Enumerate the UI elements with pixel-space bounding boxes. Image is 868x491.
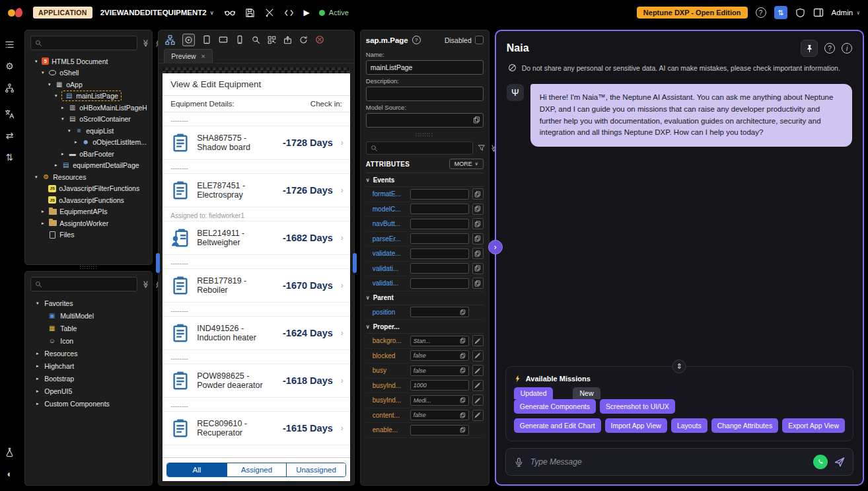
- copy-icon[interactable]: [472, 248, 484, 259]
- outline-icon[interactable]: [5, 39, 15, 50]
- tab-attributes[interactable]: ATTRIBUTES: [366, 161, 410, 168]
- info-icon[interactable]: [842, 43, 852, 54]
- panel-splitter-handle[interactable]: [366, 132, 484, 138]
- palette-item[interactable]: MultiModel: [30, 309, 147, 322]
- copy-icon[interactable]: [472, 188, 484, 200]
- attribute-value-input[interactable]: [410, 425, 469, 435]
- list-item[interactable]: IND491526 - Induction heater -1624 Days: [163, 317, 350, 350]
- chevron-right-icon[interactable]: [53, 163, 59, 168]
- qr-code-icon[interactable]: [268, 36, 276, 44]
- close-preview-icon[interactable]: [315, 35, 324, 44]
- collapse-all-icon[interactable]: [142, 280, 150, 289]
- chevron-right-icon[interactable]: [34, 376, 40, 381]
- generate-edit-chart-button[interactable]: Generate and Edit Chart: [514, 418, 601, 433]
- attribute-value-input[interactable]: 1000: [410, 380, 469, 391]
- palette-group[interactable]: Resources: [30, 347, 147, 359]
- copy-icon[interactable]: [460, 367, 466, 373]
- chevron-right-icon[interactable]: [34, 363, 40, 369]
- attribute-name[interactable]: busyInd...: [373, 397, 407, 404]
- copy-icon[interactable]: [460, 397, 466, 403]
- tab-new[interactable]: New: [573, 387, 600, 399]
- palette-group[interactable]: OpenUI5: [30, 385, 147, 397]
- name-field[interactable]: [366, 60, 484, 75]
- copy-icon[interactable]: [460, 412, 466, 418]
- segment-assigned[interactable]: Assigned: [227, 463, 286, 476]
- copy-icon[interactable]: [472, 263, 484, 274]
- whatsapp-icon[interactable]: [813, 455, 828, 469]
- tree-item[interactable]: Files: [30, 229, 147, 241]
- collapse-panel-handle[interactable]: [488, 240, 503, 254]
- layouts-button[interactable]: Layouts: [671, 418, 707, 433]
- tablet-portrait-icon[interactable]: [202, 35, 211, 44]
- attribute-value-input[interactable]: [410, 189, 469, 200]
- copy-icon[interactable]: [460, 338, 466, 344]
- chevron-right-icon[interactable]: [59, 105, 65, 110]
- attribute-name[interactable]: enable...: [373, 426, 407, 434]
- send-icon[interactable]: [834, 457, 845, 467]
- tree-search-box[interactable]: [30, 36, 137, 50]
- tree-item[interactable]: oObjectListItem...: [30, 137, 147, 149]
- translate-icon[interactable]: [5, 108, 15, 119]
- list-item[interactable]: ELE787451 - Electrospray -1726 Days: [163, 174, 350, 208]
- chevron-down-icon[interactable]: [46, 82, 52, 87]
- copy-icon[interactable]: [472, 204, 484, 215]
- panel-splitter-handle[interactable]: [24, 265, 153, 271]
- attribute-value-input[interactable]: [410, 307, 469, 317]
- copy-icon[interactable]: [472, 218, 484, 229]
- attribute-value-input[interactable]: Stan...: [410, 336, 469, 346]
- shield-icon[interactable]: [795, 8, 805, 18]
- attribute-name[interactable]: busyInd...: [373, 382, 407, 389]
- screenshot-to-uiux-button[interactable]: Screenshot to UI/UX: [600, 399, 675, 414]
- swap-icon[interactable]: [774, 6, 787, 19]
- segment-all[interactable]: All: [167, 463, 227, 476]
- tree-item[interactable]: oJavascriptFunctions: [30, 194, 147, 206]
- unbind-icon[interactable]: [472, 410, 484, 421]
- chevron-down-icon[interactable]: [33, 174, 39, 180]
- palette-group[interactable]: Bootstrap: [30, 372, 147, 385]
- settings-icon[interactable]: [5, 61, 15, 71]
- export-view-icon[interactable]: [283, 36, 292, 44]
- tree-item-selected[interactable]: mainListPage: [30, 91, 147, 102]
- chevron-down-icon[interactable]: [33, 59, 39, 64]
- list-item[interactable]: REC809610 - Recuperator -1615 Days: [163, 412, 350, 445]
- attribute-value-input[interactable]: false: [410, 410, 469, 420]
- tree-item[interactable]: oBarFooter: [30, 148, 147, 160]
- change-attributes-button[interactable]: Change Attributes: [711, 418, 778, 433]
- attribute-name[interactable]: busy: [373, 367, 407, 374]
- palette-group-favorites[interactable]: Favorites: [30, 297, 147, 309]
- app-name-dropdown[interactable]: 2VIEWANDEDITEQUIPMENT2: [100, 9, 214, 17]
- attribute-value-input[interactable]: [410, 219, 469, 229]
- sitemap-icon[interactable]: [165, 35, 175, 45]
- attribute-value-input[interactable]: [410, 248, 469, 259]
- build-icon[interactable]: [265, 8, 274, 17]
- chevron-down-icon[interactable]: [66, 128, 72, 133]
- palette-search-box[interactable]: [30, 277, 137, 291]
- attribute-name[interactable]: blocked: [373, 352, 407, 359]
- attribute-name[interactable]: position: [373, 309, 407, 316]
- sync-icon[interactable]: [5, 152, 15, 163]
- palette-group[interactable]: Highchart: [30, 359, 147, 372]
- palette-group[interactable]: Custom Components: [30, 397, 147, 410]
- preview-glasses-icon[interactable]: [225, 7, 235, 18]
- microphone-icon[interactable]: [514, 457, 524, 467]
- tree-item[interactable]: oScrollContainer: [30, 114, 147, 126]
- attribute-value-input[interactable]: [410, 263, 469, 274]
- refresh-icon[interactable]: [299, 36, 308, 44]
- chevron-down-icon[interactable]: [34, 301, 40, 306]
- import-app-view-button[interactable]: Import App View: [605, 418, 667, 433]
- attributes-search-input[interactable]: [381, 145, 468, 152]
- attribute-name[interactable]: modelC...: [373, 206, 407, 213]
- chevron-right-icon[interactable]: [40, 209, 46, 214]
- chevron-down-icon[interactable]: [40, 70, 46, 75]
- segment-unassigned[interactable]: Unassigned: [286, 463, 345, 476]
- resize-handle[interactable]: [672, 359, 686, 373]
- section-parent[interactable]: Parent: [366, 291, 484, 305]
- section-properties[interactable]: Proper...: [366, 320, 484, 334]
- attribute-name[interactable]: formatE...: [373, 190, 407, 198]
- unbind-icon[interactable]: [472, 380, 484, 391]
- run-icon[interactable]: [304, 8, 310, 17]
- code-icon[interactable]: [284, 8, 294, 18]
- tree-item[interactable]: oShell: [30, 67, 147, 79]
- save-icon[interactable]: [245, 8, 255, 18]
- attribute-name[interactable]: validate...: [373, 250, 407, 257]
